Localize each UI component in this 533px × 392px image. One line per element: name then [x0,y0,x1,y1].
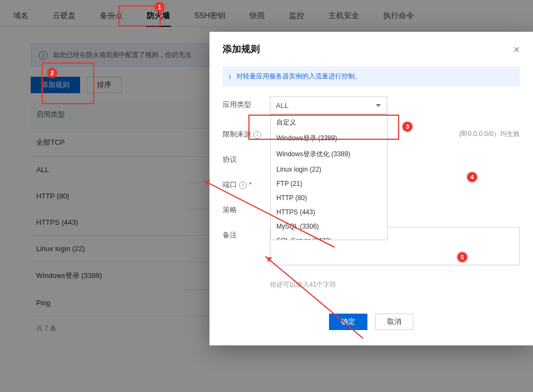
label-source: 限制来源i [223,126,270,139]
dropdown-option[interactable]: Linux login (22) [271,162,387,177]
dropdown-option[interactable]: Windows登录 (3389) [271,130,387,146]
dropdown-option[interactable]: FTP (21) [271,177,387,191]
label-port: 端口i* [223,177,270,190]
app-type-selected: ALL [276,101,288,110]
chevron-down-icon [376,104,381,107]
dialog-info-banner: i 对轻量应用服务器实例的入流量进行控制。 [223,66,520,87]
dropdown-option[interactable]: 自定义 [271,115,387,130]
label-app-type: 应用类型 [223,96,270,110]
dropdown-option[interactable]: SQL Server (1433) [271,234,387,240]
source-side-note: (即0.0.0.0/0）均生效 [459,126,520,139]
dialog-title: 添加规则 [223,43,260,55]
label-protocol: 协议 [223,151,270,164]
cancel-button[interactable]: 取消 [375,314,413,330]
add-rule-dialog: 添加规则 × i 对轻量应用服务器实例的入流量进行控制。 应用类型 ALL 自定… [209,32,533,345]
dropdown-option[interactable]: HTTPS (443) [271,205,387,219]
dropdown-option[interactable]: HTTP (80) [271,191,387,205]
info-icon: i [229,73,231,81]
dropdown-option[interactable]: Windows登录优化 (3389) [271,146,387,162]
info-icon: i [239,181,247,189]
label-note: 备注 [223,227,270,240]
info-icon: i [253,131,261,139]
app-type-dropdown: 自定义Windows登录 (3389)Windows登录优化 (3389)Lin… [270,114,388,240]
dropdown-option[interactable]: MySQL (3306) [271,219,387,234]
close-icon[interactable]: × [513,44,520,55]
app-type-select[interactable]: ALL 自定义Windows登录 (3389)Windows登录优化 (3389… [270,96,387,114]
char-hint: 你还可以输入41个字符 [270,280,520,289]
label-policy: 策略 [223,202,270,215]
confirm-button[interactable]: 确定 [329,314,367,330]
